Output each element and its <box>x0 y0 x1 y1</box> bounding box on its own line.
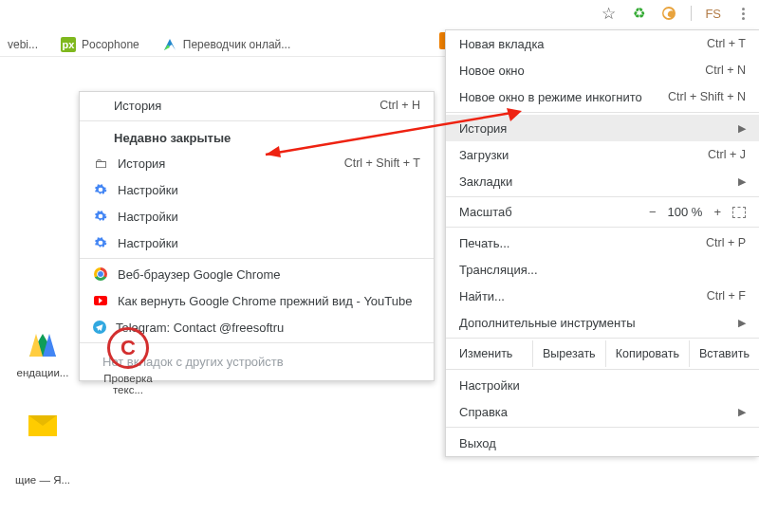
bookmark-label: vebi... <box>8 38 38 51</box>
menu-label: Выход <box>459 436 496 450</box>
item-label: Настройки <box>118 210 178 224</box>
menu-separator <box>80 258 434 259</box>
chevron-right-icon: ▶ <box>738 122 746 135</box>
bookmark-item[interactable]: Переводчик онлай... <box>162 37 291 52</box>
menu-label: Найти... <box>459 289 505 303</box>
menu-label: Новое окно в режиме инкогнито <box>459 90 642 104</box>
menu-label: Масштаб <box>459 205 649 219</box>
chrome-menu-button[interactable] <box>734 8 751 20</box>
recent-item[interactable]: Настройки <box>80 229 434 256</box>
menu-separator <box>446 227 759 228</box>
favicon-icon <box>162 37 177 52</box>
edit-paste-button[interactable]: Вставить <box>690 340 759 367</box>
submenu-label: История <box>93 99 161 113</box>
menu-shortcut: Ctrl + F <box>707 289 746 303</box>
menu-label: Трансляция... <box>459 263 538 277</box>
menu-new-tab[interactable]: Новая вкладка Ctrl + T <box>446 30 759 57</box>
menu-new-window[interactable]: Новое окно Ctrl + N <box>446 57 759 83</box>
menu-separator <box>446 427 759 428</box>
star-icon[interactable]: ☆ <box>600 5 617 22</box>
menu-more-tools[interactable]: Дополнительные инструменты ▶ <box>446 309 759 336</box>
menu-label: Дополнительные инструменты <box>459 316 636 330</box>
menu-help[interactable]: Справка ▶ <box>446 398 759 425</box>
chrome-main-menu: Новая вкладка Ctrl + T Новое окно Ctrl +… <box>445 29 759 457</box>
desktop-shortcut[interactable]: щие — Я... <box>6 474 80 487</box>
menu-label: Настройки <box>459 378 520 393</box>
menu-edit-row: Изменить Вырезать Копировать Вставить <box>446 340 759 367</box>
menu-shortcut: Ctrl + N <box>705 64 746 77</box>
fullscreen-icon[interactable] <box>732 207 746 218</box>
recently-closed-header: Недавно закрытые <box>80 123 434 150</box>
desktop-shortcut[interactable] <box>6 408 80 448</box>
gear-icon <box>93 209 108 224</box>
youtube-icon <box>93 293 108 308</box>
bookmark-label: Pocophone <box>82 38 139 51</box>
recent-item[interactable]: Настройки <box>80 176 434 203</box>
browser-toolbar: ☆ ♻ FS <box>600 5 751 22</box>
menu-label: Закладки <box>459 174 512 189</box>
bookmark-item[interactable]: vebi... <box>8 38 38 51</box>
profile-badge[interactable]: FS <box>705 7 721 21</box>
menu-zoom: Масштаб − 100 % + <box>446 199 759 225</box>
menu-find[interactable]: Найти... Ctrl + F <box>446 283 759 309</box>
desktop-label: Проверка текс... <box>90 373 166 395</box>
recycle-icon[interactable]: ♻ <box>630 5 647 22</box>
recent-item[interactable]: Настройки <box>80 203 434 229</box>
menu-label: Новая вкладка <box>459 37 545 51</box>
menu-shortcut: Ctrl + P <box>706 236 746 249</box>
toolbar-divider <box>691 6 692 21</box>
item-label: Как вернуть Google Chrome прежний вид - … <box>118 294 412 308</box>
edit-cut-button[interactable]: Вырезать <box>533 340 606 367</box>
edit-copy-button[interactable]: Копировать <box>606 340 690 367</box>
mail-icon <box>25 408 61 444</box>
menu-label: Новое окно <box>459 64 525 78</box>
menu-settings[interactable]: Настройки <box>446 372 759 398</box>
desktop-label: щие — Я... <box>6 474 80 487</box>
menu-bookmarks[interactable]: Закладки ▶ <box>446 168 759 194</box>
recent-item[interactable]: 🗀 История Ctrl + Shift + T <box>80 150 434 176</box>
menu-label: Печать... <box>459 236 509 250</box>
menu-downloads[interactable]: Загрузки Ctrl + J <box>446 141 759 168</box>
menu-history[interactable]: История ▶ <box>446 115 759 141</box>
menu-label: Загрузки <box>459 148 509 162</box>
recent-item[interactable]: Как вернуть Google Chrome прежний вид - … <box>80 287 434 314</box>
bookmark-item[interactable]: px Pocophone <box>61 37 139 52</box>
menu-cast[interactable]: Трансляция... <box>446 256 759 283</box>
menu-exit[interactable]: Выход <box>446 430 759 456</box>
menu-label: История <box>459 121 507 136</box>
zoom-in-button[interactable]: + <box>713 205 721 219</box>
submenu-shortcut: Ctrl + H <box>380 99 420 112</box>
bookmark-label: Переводчик онлай... <box>183 38 291 51</box>
folder-icon: 🗀 <box>93 156 108 171</box>
desktop-shortcut[interactable]: C Проверка текс... <box>90 327 166 395</box>
item-label: Настройки <box>118 236 178 250</box>
chevron-right-icon: ▶ <box>738 406 746 418</box>
gear-icon <box>93 235 108 250</box>
menu-incognito[interactable]: Новое окно в режиме инкогнито Ctrl + Shi… <box>446 83 759 110</box>
menu-print[interactable]: Печать... Ctrl + P <box>446 229 759 256</box>
menu-label: Справка <box>459 405 508 419</box>
bookmarks-bar: vebi... px Pocophone Переводчик онлай... <box>0 32 446 57</box>
desktop-label: ендации... <box>6 367 80 380</box>
chevron-right-icon: ▶ <box>738 317 746 329</box>
menu-separator <box>446 112 759 113</box>
chrome-icon <box>93 266 108 282</box>
item-shortcut: Ctrl + Shift + T <box>344 156 420 170</box>
menu-shortcut: Ctrl + J <box>708 148 746 161</box>
item-label: Веб-браузер Google Chrome <box>118 267 280 282</box>
zoom-out-button[interactable]: − <box>649 205 657 219</box>
favicon-icon: px <box>61 37 76 52</box>
menu-shortcut: Ctrl + T <box>707 37 746 50</box>
desktop-shortcut[interactable]: ендации... <box>6 327 80 380</box>
menu-separator <box>80 120 434 121</box>
recent-item[interactable]: Веб-браузер Google Chrome <box>80 261 434 287</box>
menu-separator <box>446 196 759 197</box>
google-drive-icon <box>25 327 61 363</box>
item-label: История <box>118 156 165 171</box>
submenu-history-link[interactable]: История Ctrl + H <box>80 92 434 119</box>
zoom-controls: − 100 % + <box>649 205 746 219</box>
extension-icon[interactable] <box>660 5 677 22</box>
menu-shortcut: Ctrl + Shift + N <box>668 90 746 103</box>
item-label: Настройки <box>118 183 178 197</box>
menu-label: Изменить <box>446 340 533 367</box>
